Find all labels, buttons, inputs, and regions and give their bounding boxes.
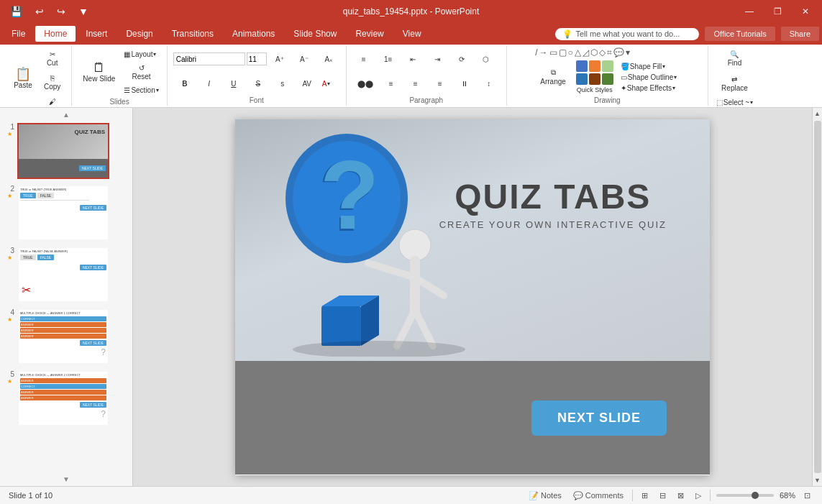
redo-button[interactable]: ↪ xyxy=(52,4,70,19)
customize-button[interactable]: ▼ xyxy=(74,4,93,19)
menu-item-slideshow[interactable]: Slide Show xyxy=(285,26,345,42)
close-button[interactable]: ✕ xyxy=(795,4,816,19)
notes-button[interactable]: 📝 Notes xyxy=(526,490,565,501)
fit-button[interactable]: ⊡ xyxy=(801,490,813,501)
underline-button[interactable]: U xyxy=(222,77,245,91)
reading-view-button[interactable]: ⊠ xyxy=(675,490,687,501)
qs-cell-4[interactable] xyxy=(576,73,588,85)
menu-item-design[interactable]: Design xyxy=(117,26,161,42)
bullet-list-button[interactable]: ≡ xyxy=(352,52,375,66)
slide-thumb-1[interactable]: 1 ★ QUIZ TABS NEXT SLIDE xyxy=(3,122,129,180)
copy-button[interactable]: ⎘ Copy xyxy=(39,71,65,93)
slide-thumb-3[interactable]: 3 ★ TRUE or FALSE? (FALSE ANSWER) TRUE F… xyxy=(3,245,129,304)
menu-item-home[interactable]: Home xyxy=(35,26,76,42)
menu-item-file[interactable]: File xyxy=(3,26,34,42)
shape-fill-dropdown[interactable]: 🪣 Shape Fill ▾ xyxy=(618,62,679,71)
zoom-slider[interactable] xyxy=(716,494,774,497)
increase-indent-button[interactable]: ⇥ xyxy=(426,52,449,66)
shadow-button[interactable]: s xyxy=(271,77,294,91)
find-button[interactable]: 🔍 Find xyxy=(714,47,755,70)
qs-cell-6[interactable] xyxy=(602,73,613,85)
shape-effects-dropdown[interactable]: ✦ Shape Effects ▾ xyxy=(618,83,679,93)
align-left-button[interactable]: ⬤⬤ xyxy=(352,77,378,91)
arrange-button[interactable]: ⧉ Arrange xyxy=(535,59,571,95)
slide-thumb-4[interactable]: 4 ★ MULTIPLE CHOICE — ANSWER 1 CORRECT C… xyxy=(3,307,129,366)
text-direction-button[interactable]: ⟳ xyxy=(450,52,473,66)
scrollbar-thumb[interactable] xyxy=(814,121,821,473)
align-right-button[interactable]: ≡ xyxy=(404,77,427,91)
qs-cell-2[interactable] xyxy=(589,60,600,72)
line-spacing-button[interactable]: ↕ xyxy=(478,77,501,91)
slideshow-button[interactable]: ▷ xyxy=(693,490,704,501)
undo-button[interactable]: ↩ xyxy=(31,4,48,19)
tell-me-input-area[interactable]: 💡 Tell me what you want to do... xyxy=(555,28,699,40)
shape-oval[interactable]: ○ xyxy=(568,47,573,58)
shape-more[interactable]: ▾ xyxy=(626,47,630,58)
columns-button[interactable]: ⏸ xyxy=(453,77,476,91)
shape-arrow[interactable]: → xyxy=(539,47,548,58)
layout-dropdown[interactable]: ▦ Layout ▾ xyxy=(122,50,160,59)
decrease-indent-button[interactable]: ⇤ xyxy=(401,52,424,66)
office-tutorials-link[interactable]: Office Tutorials xyxy=(705,27,775,41)
restore-button[interactable]: ❐ xyxy=(767,4,789,19)
font-name-input[interactable] xyxy=(173,52,245,65)
normal-view-button[interactable]: ⊞ xyxy=(639,490,651,501)
clear-format-button[interactable]: Aₓ xyxy=(317,52,340,66)
comments-button[interactable]: 💬 Comments xyxy=(570,490,626,501)
font-color-dropdown[interactable]: A ▾ xyxy=(320,79,333,88)
italic-button[interactable]: I xyxy=(198,77,221,91)
reset-button[interactable]: ↺ Reset xyxy=(122,61,160,83)
save-button[interactable]: 💾 xyxy=(6,4,27,19)
strikethrough-button[interactable]: S xyxy=(247,77,270,91)
new-slide-button[interactable]: 🗒 New Slide xyxy=(78,47,120,96)
menu-item-review[interactable]: Review xyxy=(347,26,392,42)
numbered-list-button[interactable]: 1≡ xyxy=(377,52,400,66)
shape-line[interactable]: / xyxy=(535,47,537,58)
paste-button[interactable]: 📋 Paste xyxy=(9,54,37,103)
slide-sorter-button[interactable]: ⊟ xyxy=(657,490,669,501)
share-button[interactable]: Share xyxy=(781,27,819,41)
shape-callout[interactable]: 💬 xyxy=(613,47,624,58)
bold-button[interactable]: B xyxy=(173,77,196,91)
slide-thumb-img-1[interactable]: QUIZ TABS NEXT SLIDE xyxy=(17,123,109,179)
cut-button[interactable]: ✂ Cut xyxy=(39,47,65,70)
shape-rt-triangle[interactable]: ◿ xyxy=(583,47,589,58)
convert-to-smartart-button[interactable]: ⬡ xyxy=(475,52,498,66)
menu-item-animations[interactable]: Animations xyxy=(224,26,283,42)
slide-thumb-img-3[interactable]: TRUE or FALSE? (FALSE ANSWER) TRUE FALSE… xyxy=(17,247,109,303)
section-dropdown[interactable]: ☰ Section ▾ xyxy=(122,86,160,95)
slide-thumb-2[interactable]: 2 ★ TRUE or FALSE? (TRUE ANSWER) TRUE FA… xyxy=(3,183,129,242)
justify-button[interactable]: ≡ xyxy=(429,77,452,91)
shape-diamond[interactable]: ◇ xyxy=(599,47,606,58)
qs-cell-5[interactable] xyxy=(589,73,600,85)
menu-item-view[interactable]: View xyxy=(394,26,430,42)
slide-thumb-img-4[interactable]: MULTIPLE CHOICE — ANSWER 1 CORRECT CORRE… xyxy=(17,308,109,365)
scrollbar-up-button[interactable]: ▲ xyxy=(813,109,821,118)
qs-cell-3[interactable] xyxy=(602,60,613,72)
slide-thumb-5[interactable]: 5 ★ MULTIPLE CHOICE — ANSWER 2 CORRECT A… xyxy=(3,369,129,428)
shape-triangle[interactable]: △ xyxy=(575,47,581,58)
select-dropdown[interactable]: ⬚ Select ~ ▾ xyxy=(714,98,755,107)
slide-panel-scroll-down[interactable]: ▼ xyxy=(3,475,129,483)
shape-rounded-rect[interactable]: ▢ xyxy=(559,47,567,58)
minimize-button[interactable]: — xyxy=(738,4,761,19)
font-size-input[interactable] xyxy=(247,52,267,65)
align-center-button[interactable]: ≡ xyxy=(380,77,403,91)
increase-font-button[interactable]: A⁺ xyxy=(268,52,291,66)
replace-button[interactable]: ⇄ Replace xyxy=(714,73,755,95)
slide-thumb-img-5[interactable]: MULTIPLE CHOICE — ANSWER 2 CORRECT ANSWE… xyxy=(17,370,109,426)
menu-item-transitions[interactable]: Transitions xyxy=(163,26,222,42)
char-spacing-button[interactable]: AV xyxy=(296,77,319,91)
shape-hexagon[interactable]: ⬡ xyxy=(590,47,598,58)
decrease-font-button[interactable]: A⁻ xyxy=(293,52,316,66)
format-painter-button[interactable]: 🖌 xyxy=(39,95,65,109)
qs-cell-1[interactable] xyxy=(576,60,588,72)
shape-outline-dropdown[interactable]: ▭ Shape Outline ▾ xyxy=(618,73,679,82)
menu-item-insert[interactable]: Insert xyxy=(77,26,116,42)
slide-thumb-img-2[interactable]: TRUE or FALSE? (TRUE ANSWER) TRUE FALSE … xyxy=(17,185,109,241)
slide-panel-scroll-up[interactable]: ▲ xyxy=(3,111,129,119)
next-slide-button[interactable]: NEXT SLIDE xyxy=(531,400,667,436)
scrollbar-down-button[interactable]: ▼ xyxy=(813,476,821,485)
shape-rect[interactable]: ▭ xyxy=(549,47,557,58)
shape-trapezoid[interactable]: ⌗ xyxy=(607,47,612,58)
